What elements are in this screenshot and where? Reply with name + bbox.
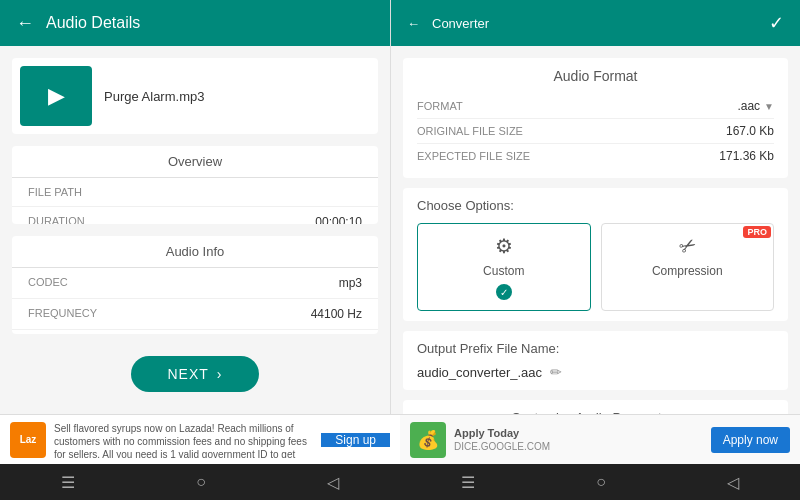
- scissors-icon: ✂: [674, 231, 701, 260]
- check-icon[interactable]: ✓: [769, 12, 784, 34]
- expected-size-row: EXPECTED FILE SIZE 171.36 Kb: [417, 144, 774, 168]
- format-row: FORMAT .aac ▼: [417, 94, 774, 119]
- custom-check-icon: ✓: [496, 284, 512, 300]
- custom-option-button[interactable]: ⚙ Custom ✓: [417, 223, 591, 311]
- audio-format-section: Audio Format FORMAT .aac ▼ ORIGINAL FILE…: [403, 58, 788, 178]
- audio-info-card: Audio Info CODEC mp3 FREQUNECY 44100 Hz …: [12, 236, 378, 334]
- nav-bar: ☰ ○ ◁ ☰ ○ ◁: [0, 464, 800, 500]
- apply-now-button[interactable]: Apply now: [711, 427, 790, 453]
- right-body: Audio Format FORMAT .aac ▼ ORIGINAL FILE…: [391, 46, 800, 414]
- ad-dice-url: DICE.GOOGLE.COM: [454, 440, 703, 453]
- audio-filename: Purge Alarm.mp3: [104, 89, 204, 104]
- ad-dice-logo: 💰: [410, 422, 446, 458]
- compression-option-button[interactable]: PRO ✂ Compression: [601, 223, 775, 311]
- options-row: ⚙ Custom ✓ PRO ✂ Compression: [417, 223, 774, 311]
- format-dropdown-icon: ▼: [764, 101, 774, 112]
- left-menu-icon[interactable]: ☰: [61, 473, 75, 492]
- ad-left-text: Sell flavored syrups now on Lazada! Reac…: [54, 422, 313, 458]
- options-section: Choose Options: ⚙ Custom ✓ PRO ✂ Compres…: [403, 188, 788, 321]
- right-header: ← Converter ✓: [391, 0, 800, 46]
- left-header: ← Audio Details: [0, 0, 390, 46]
- ad-banner: Laz Sell flavored syrups now on Lazada! …: [0, 414, 800, 464]
- next-btn-container: NEXT ›: [12, 346, 378, 402]
- customize-section: Customize Audio Parameters CODEC AAC ▼ F…: [403, 400, 788, 414]
- codec-value: mp3: [339, 276, 362, 290]
- prefix-section: Output Prefix File Name: audio_converter…: [403, 331, 788, 390]
- right-header-left: ← Converter: [407, 16, 489, 31]
- overview-card: Overview FILE PATH DURATION 00:00:10 SIZ…: [12, 146, 378, 224]
- right-home-icon[interactable]: ○: [596, 473, 606, 491]
- pro-badge: PRO: [743, 226, 771, 238]
- right-back-nav-icon[interactable]: ◁: [727, 473, 739, 492]
- left-home-icon[interactable]: ○: [196, 473, 206, 491]
- audio-card: ▶ Purge Alarm.mp3: [12, 58, 378, 134]
- expected-size-value: 171.36 Kb: [719, 149, 774, 163]
- custom-option-label: Custom: [483, 264, 524, 278]
- duration-label: DURATION: [28, 215, 85, 224]
- next-button[interactable]: NEXT ›: [131, 356, 258, 392]
- right-panel: ← Converter ✓ Audio Format FORMAT .aac ▼…: [390, 0, 800, 414]
- sign-up-button[interactable]: Sign up: [321, 433, 390, 447]
- prefix-title: Output Prefix File Name:: [417, 341, 774, 356]
- duration-value: 00:00:10: [315, 215, 362, 224]
- table-row: BITRATE 128 kb/s: [12, 330, 378, 334]
- audio-format-title: Audio Format: [417, 68, 774, 84]
- left-title: Audio Details: [46, 14, 140, 32]
- ad-right-text: Apply Today DICE.GOOGLE.COM: [454, 426, 703, 453]
- right-title: Converter: [432, 16, 489, 31]
- format-label: FORMAT: [417, 100, 463, 112]
- play-icon: ▶: [48, 83, 65, 109]
- options-title: Choose Options:: [417, 198, 774, 213]
- ad-left: Laz Sell flavored syrups now on Lazada! …: [0, 415, 400, 464]
- edit-icon[interactable]: ✏: [550, 364, 562, 380]
- table-row: FREQUNECY 44100 Hz: [12, 299, 378, 330]
- audio-info-title: Audio Info: [12, 236, 378, 268]
- left-back-icon[interactable]: ←: [16, 13, 34, 34]
- left-panel: ← Audio Details ▶ Purge Alarm.mp3 Overvi…: [0, 0, 390, 414]
- prefix-value: audio_converter_.aac ✏: [417, 364, 774, 380]
- ad-apply-title: Apply Today: [454, 426, 703, 440]
- overview-title: Overview: [12, 146, 378, 178]
- compression-option-label: Compression: [652, 264, 723, 278]
- table-row: DURATION 00:00:10: [12, 207, 378, 224]
- right-back-icon[interactable]: ←: [407, 16, 420, 31]
- codec-label: CODEC: [28, 276, 68, 290]
- next-arrow-icon: ›: [217, 366, 223, 382]
- frequency-label: FREQUNECY: [28, 307, 97, 321]
- ad-lazada-logo: Laz: [10, 422, 46, 458]
- ad-right: 💰 Apply Today DICE.GOOGLE.COM Apply now: [400, 415, 800, 464]
- table-row: CODEC mp3: [12, 268, 378, 299]
- prefix-text: audio_converter_.aac: [417, 365, 542, 380]
- table-row: FILE PATH: [12, 178, 378, 207]
- original-size-label: ORIGINAL FILE SIZE: [417, 125, 523, 137]
- file-path-label: FILE PATH: [28, 186, 82, 198]
- original-size-value: 167.0 Kb: [726, 124, 774, 138]
- gear-icon: ⚙: [495, 234, 513, 258]
- left-back-nav-icon[interactable]: ◁: [327, 473, 339, 492]
- right-menu-icon[interactable]: ☰: [461, 473, 475, 492]
- frequency-value: 44100 Hz: [311, 307, 362, 321]
- format-value[interactable]: .aac ▼: [737, 99, 774, 113]
- file-size-row: ORIGINAL FILE SIZE 167.0 Kb: [417, 119, 774, 144]
- left-body: ▶ Purge Alarm.mp3 Overview FILE PATH DUR…: [0, 46, 390, 414]
- play-button[interactable]: ▶: [20, 66, 92, 126]
- expected-size-label: EXPECTED FILE SIZE: [417, 150, 530, 162]
